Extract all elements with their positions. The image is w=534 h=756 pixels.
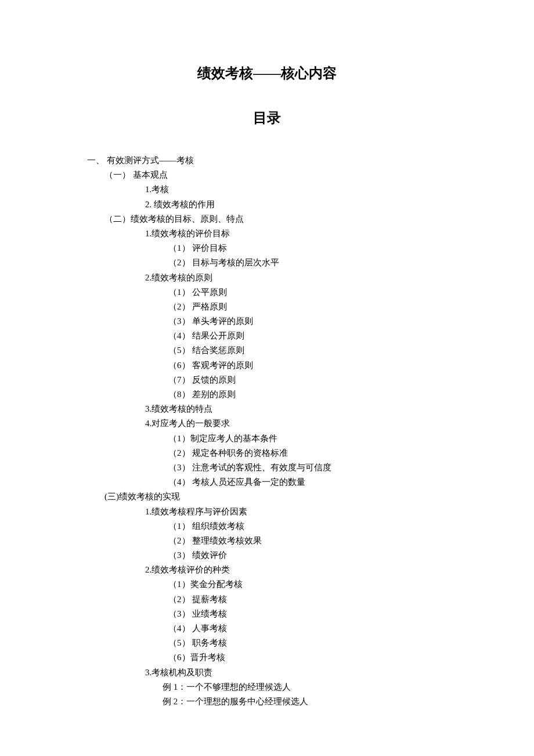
toc-item: （8） 差别的原则 bbox=[87, 387, 447, 402]
toc-item: （1）制定应考人的基本条件 bbox=[87, 431, 447, 446]
toc-item: （3） 单头考评的原则 bbox=[87, 314, 447, 329]
toc-item: （二）绩效考核的目标、原则、特点 bbox=[87, 212, 447, 226]
toc-item: （2） 整理绩效考核效果 bbox=[87, 534, 447, 548]
toc-item: （2） 严格原则 bbox=[87, 300, 447, 314]
toc-item: （1）奖金分配考核 bbox=[87, 577, 447, 592]
toc-item: （7） 反馈的原则 bbox=[87, 373, 447, 387]
toc-item: （3） 绩效评价 bbox=[87, 548, 447, 563]
toc-item: 2.绩效考核评价的种类 bbox=[87, 563, 447, 577]
toc-item: （一） 基本观点 bbox=[87, 168, 447, 182]
toc-item: 3.考核机构及职责 bbox=[87, 665, 447, 680]
document-subtitle: 目录 bbox=[87, 109, 447, 127]
toc-item: （5） 职务考核 bbox=[87, 636, 447, 650]
toc-item: 1.绩效考核的评价目标 bbox=[87, 226, 447, 241]
toc-item: （6）晋升考核 bbox=[87, 650, 447, 665]
toc-item: （1） 评价目标 bbox=[87, 241, 447, 255]
toc-item: （2） 目标与考核的层次水平 bbox=[87, 255, 447, 270]
toc-item: 2. 绩效考核的作用 bbox=[87, 197, 447, 212]
toc-item: 一、 有效测评方式——考核 bbox=[87, 153, 447, 168]
document-title: 绩效考核——核心内容 bbox=[87, 64, 447, 82]
toc-item: （4） 考核人员还应具备一定的数量 bbox=[87, 475, 447, 489]
table-of-contents: 一、 有效测评方式——考核 （一） 基本观点 1.考核 2. 绩效考核的作用 （… bbox=[87, 153, 447, 709]
toc-item: (三)绩效考核的实现 bbox=[87, 489, 447, 504]
toc-item: 例 1：一个不够理想的经理候选人 bbox=[87, 680, 447, 694]
toc-item: 4.对应考人的一般要求 bbox=[87, 416, 447, 431]
toc-item: （5） 结合奖惩原则 bbox=[87, 343, 447, 358]
toc-item: 2.绩效考核的原则 bbox=[87, 271, 447, 285]
toc-item: 1.考核 bbox=[87, 182, 447, 197]
toc-item: 1.绩效考核程序与评价因素 bbox=[87, 505, 447, 519]
toc-item: （4） 结果公开原则 bbox=[87, 329, 447, 343]
toc-item: 例 2：一个理想的服务中心经理候选人 bbox=[87, 694, 447, 709]
toc-item: （3） 业绩考核 bbox=[87, 607, 447, 621]
toc-item: （3） 注意考试的客观性、有效度与可信度 bbox=[87, 460, 447, 475]
toc-item: （2） 提薪考核 bbox=[87, 592, 447, 607]
toc-item: （1） 组织绩效考核 bbox=[87, 519, 447, 534]
toc-item: （1） 公平原则 bbox=[87, 285, 447, 300]
toc-item: （4） 人事考核 bbox=[87, 621, 447, 636]
toc-item: 3.绩效考核的特点 bbox=[87, 402, 447, 416]
toc-item: （2） 规定各种职务的资格标准 bbox=[87, 446, 447, 460]
toc-item: （6） 客观考评的原则 bbox=[87, 358, 447, 373]
